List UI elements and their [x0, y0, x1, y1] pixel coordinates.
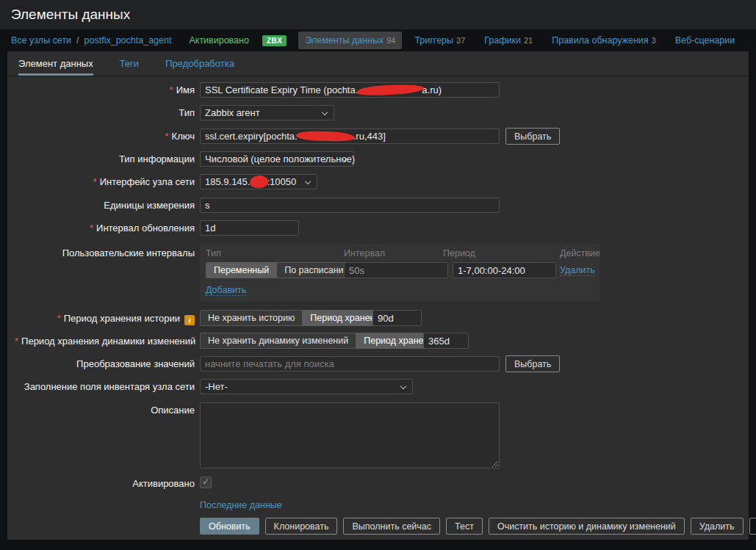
redaction-scribble	[250, 175, 270, 189]
nav-item-discovery-rules[interactable]: Правила обнаружения3	[545, 32, 663, 49]
host-navbar: Все узлы сети / postfix_pochta_agent Акт…	[0, 29, 756, 51]
interface-field-wrap: 185.9.145.:10050	[200, 174, 317, 189]
valuemap-label: Преобразование значений	[15, 358, 195, 369]
nav-item-count: 3	[652, 36, 656, 45]
execute-now-button[interactable]: Выполнить сейчас	[343, 518, 440, 535]
inventory-label: Заполнение поля инвентаря узла сети	[15, 381, 195, 392]
type-field-wrap: Zabbix агент	[200, 105, 334, 120]
info-type-label: Тип информации	[15, 153, 195, 164]
clone-button[interactable]: Клонировать	[265, 518, 338, 535]
nav-item-items[interactable]: Элементы данных94	[298, 32, 402, 49]
valuemap-select-button[interactable]: Выбрать	[505, 355, 560, 372]
trends-value-input[interactable]	[423, 333, 469, 349]
units-input[interactable]	[200, 198, 500, 213]
tab-preprocessing[interactable]: Предобработка	[165, 51, 234, 76]
item-form-panel: Элемент данных Теги Предобработка Имя SS…	[7, 51, 749, 540]
ci-header-interval: Интервал	[344, 248, 385, 258]
ci-header-period: Период	[443, 248, 475, 258]
test-button[interactable]: Тест	[446, 518, 483, 535]
name-input[interactable]: SSL Certificate Expiry Time (pochta.a.ru…	[200, 82, 500, 98]
cancel-button[interactable]: Отмена	[749, 518, 756, 535]
ci-period-field-wrap	[453, 262, 556, 278]
info-icon[interactable]: i	[184, 315, 195, 325]
history-label: Период хранения историиi	[15, 313, 195, 325]
title-bar: Элементы данных	[0, 0, 756, 29]
units-label: Единицы измерения	[15, 200, 195, 211]
nav-item-count: 94	[386, 36, 395, 45]
description-label: Описание	[15, 405, 195, 416]
ci-add-link[interactable]: Добавить	[206, 285, 246, 296]
ci-header-type: Тип	[206, 248, 221, 258]
host-status-badge: Активировано	[189, 35, 249, 46]
tab-tags[interactable]: Теги	[120, 51, 139, 76]
trends-label: Период хранения динамики измененийi	[15, 336, 195, 348]
chevron-down-icon	[322, 109, 328, 115]
update-interval-field-wrap	[200, 220, 299, 236]
footer-button-row: Обновить Клонировать Выполнить сейчас Те…	[200, 518, 756, 535]
key-label: Ключ	[15, 131, 195, 142]
ci-remove-link[interactable]: Удалить	[560, 265, 595, 276]
redaction-scribble	[356, 84, 425, 97]
name-label: Имя	[15, 84, 195, 95]
custom-intervals-label: Пользовательские интервалы	[15, 247, 195, 258]
tab-item[interactable]: Элемент данных	[18, 51, 93, 76]
ci-period-input[interactable]	[453, 262, 556, 278]
ci-header-action: Действие	[560, 248, 600, 258]
breadcrumb: Все узлы сети / postfix_pochta_agent	[11, 35, 171, 46]
history-value-field-wrap	[372, 310, 422, 326]
valuemap-input[interactable]	[200, 356, 500, 372]
ci-type-toggle: Переменный По расписанию	[206, 262, 359, 278]
breadcrumb-host-link[interactable]: postfix_pochta_agent	[84, 35, 172, 46]
page-title: Элементы данных	[11, 7, 130, 23]
trends-value-field-wrap	[423, 333, 469, 349]
ci-type-flexible-option[interactable]: Переменный	[206, 263, 277, 278]
info-type-field-wrap: Числовой (целое положительное)	[200, 151, 354, 167]
inventory-field-wrap: -Нет-	[200, 379, 413, 394]
trends-do-not-keep-option[interactable]: Не хранить динамику изменений	[201, 333, 356, 348]
history-storage-toggle: Не хранить историю Период хранения	[200, 310, 393, 326]
interface-label: Интерфейс узла сети	[15, 176, 195, 187]
interface-select[interactable]: 185.9.145.:10050	[200, 174, 317, 189]
form-tabs: Элемент данных Теги Предобработка	[7, 51, 749, 76]
nav-item-graphs[interactable]: Графики21	[478, 32, 539, 49]
key-select-button[interactable]: Выбрать	[505, 128, 560, 145]
zabbix-item-page: Элементы данных Все узлы сети / postfix_…	[0, 0, 756, 550]
nav-item-count: 21	[524, 36, 533, 45]
ci-interval-field-wrap	[344, 262, 448, 278]
clear-history-button[interactable]: Очистить историю и динамику изменений	[489, 518, 685, 535]
zbx-availability-badge: ZBX	[262, 35, 287, 46]
valuemap-field-wrap	[200, 356, 500, 372]
update-interval-label: Интервал обновления	[15, 222, 195, 234]
key-field-wrap: ssl.cert.expiry[pochta..ru,443]	[200, 129, 500, 144]
description-field-wrap	[200, 402, 500, 468]
history-value-input[interactable]	[372, 310, 422, 326]
type-label: Тип	[15, 107, 195, 118]
breadcrumb-separator: /	[76, 35, 79, 46]
nav-item-triggers[interactable]: Триггеры37	[408, 32, 472, 49]
enabled-label: Активировано	[15, 478, 195, 489]
info-type-select[interactable]: Числовой (целое положительное)	[200, 151, 354, 167]
latest-data-link[interactable]: Последние данные	[200, 500, 282, 510]
trends-storage-toggle: Не хранить динамику изменений Период хра…	[200, 333, 447, 349]
host-nav-items: Элементы данных94 Триггеры37 Графики21 П…	[298, 32, 747, 49]
inventory-select[interactable]: -Нет-	[200, 379, 413, 394]
nav-item-web-scenarios[interactable]: Веб-сценарии	[669, 32, 741, 49]
units-field-wrap	[200, 198, 500, 213]
chevron-down-icon	[400, 383, 406, 389]
breadcrumb-all-hosts-link[interactable]: Все узлы сети	[11, 35, 71, 46]
enabled-checkbox[interactable]	[200, 477, 212, 488]
chevron-down-icon	[305, 178, 311, 184]
update-button[interactable]: Обновить	[200, 518, 259, 535]
type-select[interactable]: Zabbix агент	[200, 105, 334, 120]
key-input[interactable]: ssl.cert.expiry[pochta..ru,443]	[200, 129, 500, 144]
ci-interval-input[interactable]	[344, 262, 448, 278]
redaction-scribble	[296, 131, 355, 142]
nav-item-count: 37	[456, 36, 465, 45]
history-do-not-keep-option[interactable]: Не хранить историю	[201, 311, 303, 325]
name-field-wrap: SSL Certificate Expiry Time (pochta.a.ru…	[200, 82, 500, 98]
description-textarea[interactable]	[200, 402, 500, 468]
update-interval-input[interactable]	[200, 220, 299, 236]
delete-button[interactable]: Удалить	[691, 518, 744, 535]
